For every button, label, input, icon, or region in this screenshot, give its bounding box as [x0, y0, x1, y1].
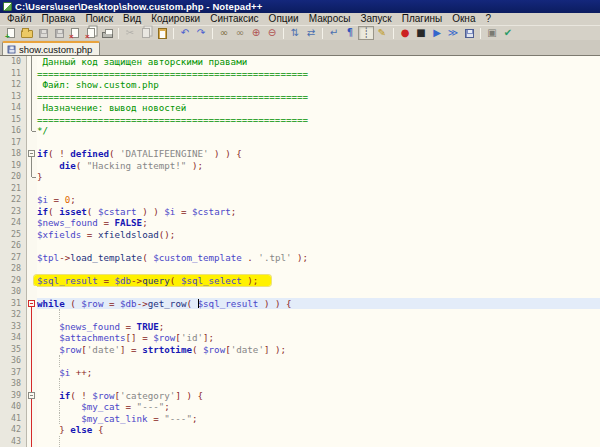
code-line-text[interactable]: ========================================… [37, 114, 600, 126]
menu-item-2[interactable]: Поиск [80, 13, 118, 25]
line-number[interactable]: 42 [0, 424, 27, 436]
line-number[interactable]: 15 [0, 114, 27, 126]
code-line-text[interactable]: } else { [37, 424, 600, 436]
line-number[interactable]: 38 [0, 378, 27, 390]
code-line[interactable]: 43 [0, 436, 600, 447]
redo-button[interactable]: ↷ [193, 26, 209, 40]
new-file-button[interactable] [3, 26, 19, 40]
macro-run-multiple-button[interactable]: ≫ [445, 26, 461, 40]
code-line[interactable]: 24$news_found = FALSE; [0, 217, 600, 229]
line-number[interactable]: 41 [0, 413, 27, 425]
code-line[interactable]: 29$sql_result = $db->query( $sql_select … [0, 275, 600, 287]
menu-item-5[interactable]: Синтаксис [205, 13, 263, 25]
code-line-text[interactable]: Назначение: вывод новостей [37, 102, 600, 114]
line-number[interactable]: 31 [0, 298, 27, 310]
code-line-text[interactable] [37, 436, 600, 447]
code-line[interactable]: 33 $news_found = TRUE; [0, 321, 600, 333]
code-line[interactable]: 12 Файл: show.custom.php [0, 79, 600, 91]
spell-check-button[interactable]: ✔ [500, 26, 516, 40]
close-button[interactable] [67, 26, 83, 40]
code-line[interactable]: 11======================================… [0, 68, 600, 80]
code-line[interactable]: 41 $my_cat_link = "---"; [0, 413, 600, 425]
code-line[interactable]: 20} [0, 171, 600, 183]
code-line-text[interactable]: $attachments[] = $row['id']; [37, 332, 600, 344]
save-button[interactable] [35, 26, 51, 40]
macro-save-button[interactable] [461, 26, 477, 40]
code-editor[interactable]: 10 Данный код защищен авторскими правами… [0, 55, 600, 447]
code-line-text[interactable]: $my_cat_link = "---"; [37, 413, 600, 425]
code-line[interactable]: 39 if( ! $row['category'] ) { [0, 390, 600, 402]
undo-button[interactable]: ↶ [177, 26, 193, 40]
line-number[interactable]: 25 [0, 229, 27, 241]
line-number[interactable]: 26 [0, 240, 27, 252]
code-line[interactable]: 26 [0, 240, 600, 252]
code-line-text[interactable]: $xfields = xfieldsload(); [37, 229, 600, 241]
menu-item-0[interactable]: Файл [2, 13, 37, 25]
code-line[interactable]: 13======================================… [0, 91, 600, 103]
cut-button[interactable]: ✂ [122, 26, 138, 40]
fold-collapse-icon[interactable] [28, 392, 35, 399]
zoom-out-button[interactable]: ⊖ [264, 26, 280, 40]
zoom-in-button[interactable]: ⊕ [248, 26, 264, 40]
code-line-text[interactable]: ========================================… [37, 91, 600, 103]
line-number[interactable]: 17 [0, 137, 27, 149]
code-line-text[interactable] [37, 263, 600, 275]
code-line[interactable]: 15======================================… [0, 114, 600, 126]
line-number[interactable]: 16 [0, 125, 27, 137]
code-line[interactable]: 17 [0, 137, 600, 149]
replace-button[interactable]: ∞ [232, 26, 248, 40]
menu-item-6[interactable]: Опции [264, 13, 304, 25]
print-button[interactable] [99, 26, 115, 40]
code-line-text[interactable]: $news_found = FALSE; [37, 217, 600, 229]
find-button[interactable]: ∞ [216, 26, 232, 40]
code-line[interactable]: 34 $attachments[] = $row['id']; [0, 332, 600, 344]
code-line-text[interactable]: $sql_result = $db->query( $sql_select ); [37, 275, 600, 287]
code-line-text[interactable]: $i ++; [37, 367, 600, 379]
line-number[interactable]: 36 [0, 355, 27, 367]
code-line-text[interactable]: $news_found = TRUE; [37, 321, 600, 333]
code-line[interactable]: 42 } else { [0, 424, 600, 436]
current-code-line-text[interactable]: while ( $row = $db->get_row( $sql_result… [37, 298, 600, 310]
open-file-button[interactable] [19, 26, 35, 40]
fold-collapse-icon[interactable] [28, 150, 35, 157]
menu-item-3[interactable]: Вид [118, 13, 146, 25]
code-line[interactable]: 28 [0, 263, 600, 275]
code-line-text[interactable]: ========================================… [37, 68, 600, 80]
code-line[interactable]: 22$i = 0; [0, 194, 600, 206]
line-number[interactable]: 29 [0, 275, 27, 287]
code-line[interactable]: 35 $row['date'] = strtotime( $row['date'… [0, 344, 600, 356]
code-line[interactable]: 27$tpl->load_template( $custom_template … [0, 252, 600, 264]
show-indent-guide-button[interactable]: ┊ [358, 26, 374, 40]
code-line-text[interactable]: $tpl->load_template( $custom_template . … [37, 252, 600, 264]
line-number[interactable]: 43 [0, 436, 27, 447]
code-line-text[interactable]: if( ! $row['category'] ) { [37, 390, 600, 402]
paste-button[interactable] [154, 26, 170, 40]
line-number[interactable]: 27 [0, 252, 27, 264]
title-bar[interactable]: C:\Users\user\Desktop\show.custom.php - … [0, 0, 600, 13]
line-number[interactable]: 28 [0, 263, 27, 275]
code-line[interactable]: 40 $my_cat = "---"; [0, 401, 600, 413]
line-number[interactable]: 14 [0, 102, 27, 114]
code-line-text[interactable]: Файл: show.custom.php [37, 79, 600, 91]
code-line-text[interactable]: */ [37, 125, 600, 137]
code-line[interactable]: 23if( isset( $cstart ) ) $i = $cstart; [0, 206, 600, 218]
code-line[interactable]: 21 [0, 183, 600, 195]
code-line[interactable]: 31while ( $row = $db->get_row( $sql_resu… [0, 298, 600, 310]
code-line-text[interactable] [37, 240, 600, 252]
line-number[interactable]: 23 [0, 206, 27, 218]
code-line-text[interactable] [37, 355, 600, 367]
close-all-button[interactable] [83, 26, 99, 40]
line-number[interactable]: 18 [0, 148, 27, 160]
copy-button[interactable] [138, 26, 154, 40]
line-number[interactable]: 40 [0, 401, 27, 413]
code-line[interactable]: 14 Назначение: вывод новостей [0, 102, 600, 114]
code-line[interactable]: 18if( ! defined( 'DATALIFEENGINE' ) ) { [0, 148, 600, 160]
code-line[interactable]: 25$xfields = xfieldsload(); [0, 229, 600, 241]
code-line[interactable]: 36 [0, 355, 600, 367]
sync-vertical-scroll-button[interactable]: ⇅ [287, 26, 303, 40]
line-number[interactable]: 39 [0, 390, 27, 402]
line-number[interactable]: 37 [0, 367, 27, 379]
doc-switcher-button[interactable]: ▣ [484, 26, 500, 40]
code-line[interactable]: 19 die( "Hacking attempt!" ); [0, 160, 600, 172]
sync-horizontal-scroll-button[interactable]: ⇄ [303, 26, 319, 40]
